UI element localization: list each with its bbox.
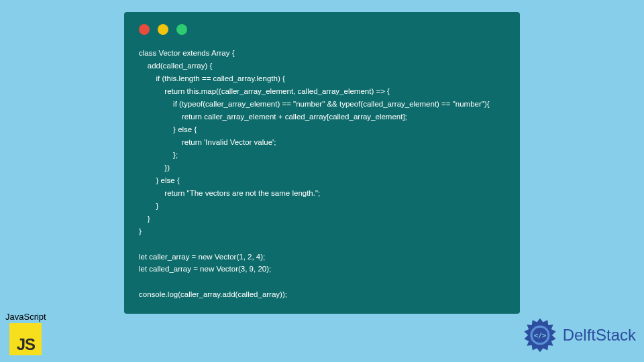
delftstack-brand: </> DelftStack bbox=[521, 316, 636, 354]
code-block: class Vector extends Array { add(called_… bbox=[139, 47, 505, 301]
close-icon bbox=[139, 24, 150, 35]
svg-text:</>: </> bbox=[534, 332, 546, 339]
javascript-label: JavaScript bbox=[5, 312, 46, 322]
delftstack-gear-icon: </> bbox=[521, 316, 559, 354]
minimize-icon bbox=[158, 24, 168, 35]
window-controls bbox=[139, 24, 505, 35]
javascript-logo-icon: JS bbox=[9, 323, 42, 355]
code-editor-window: class Vector extends Array { add(called_… bbox=[124, 12, 520, 314]
javascript-logo-text: JS bbox=[17, 335, 35, 355]
delftstack-text: DelftStack bbox=[563, 326, 636, 345]
javascript-badge: JavaScript JS bbox=[5, 312, 46, 355]
maximize-icon bbox=[176, 24, 187, 35]
